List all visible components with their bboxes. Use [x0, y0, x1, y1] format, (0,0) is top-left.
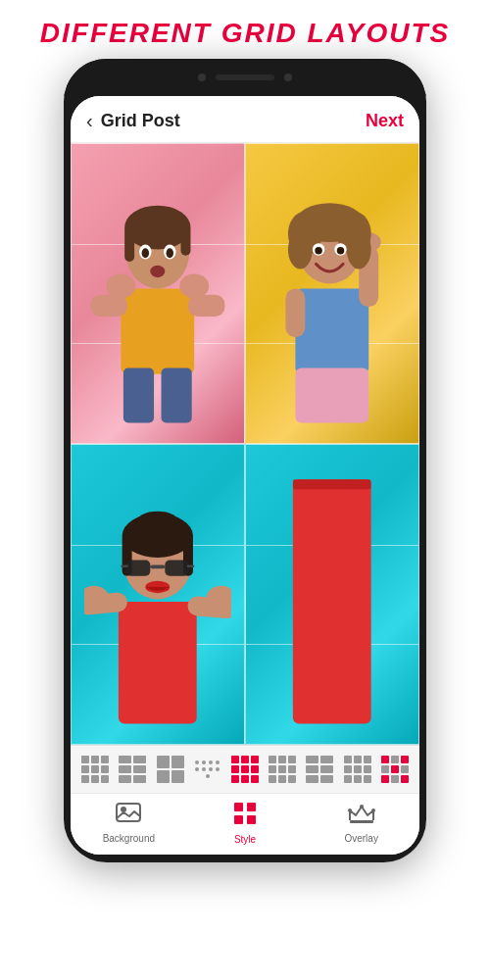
svg-point-28 — [316, 247, 322, 254]
layout-icon-3[interactable] — [157, 756, 184, 783]
svg-point-6 — [124, 206, 190, 250]
svg-point-13 — [151, 266, 166, 277]
svg-rect-51 — [234, 803, 243, 811]
style-label: Style — [234, 834, 256, 845]
layout-toolbar — [71, 745, 419, 793]
svg-rect-18 — [286, 289, 306, 338]
svg-rect-47 — [293, 479, 371, 723]
svg-point-29 — [337, 247, 344, 254]
grid-cell-bottom-left — [71, 444, 245, 745]
svg-rect-41 — [126, 561, 151, 576]
svg-rect-43 — [151, 565, 166, 569]
layout-icon-7[interactable] — [306, 756, 333, 783]
svg-point-25 — [347, 230, 371, 270]
svg-rect-53 — [234, 815, 243, 824]
layout-icon-2[interactable] — [119, 756, 146, 783]
svg-point-56 — [348, 808, 352, 812]
header-left: ‹ Grid Post — [86, 110, 180, 132]
svg-rect-54 — [247, 815, 256, 824]
grid-cell-top-right — [245, 143, 419, 444]
svg-rect-55 — [350, 820, 373, 823]
layout-icon-8[interactable] — [344, 756, 371, 783]
style-icon — [233, 802, 257, 831]
nav-background[interactable]: Background — [71, 803, 187, 844]
speaker-bar — [216, 74, 274, 80]
header-title: Grid Post — [101, 111, 180, 131]
overlay-label: Overlay — [344, 833, 377, 844]
layout-icon-9[interactable] — [381, 756, 409, 783]
svg-rect-16 — [296, 289, 369, 374]
overlay-icon — [348, 803, 375, 830]
nav-style[interactable]: Style — [187, 802, 304, 845]
svg-rect-0 — [122, 289, 195, 374]
svg-rect-44 — [122, 565, 128, 567]
svg-rect-8 — [181, 225, 191, 256]
svg-rect-14 — [123, 368, 154, 423]
nav-overlay[interactable]: Overlay — [303, 803, 419, 844]
grid-cell-bottom-right — [245, 444, 419, 745]
next-button[interactable]: Next — [366, 111, 404, 131]
background-icon — [116, 803, 141, 830]
camera-dot-left — [198, 74, 206, 81]
svg-rect-45 — [187, 565, 194, 567]
svg-rect-31 — [119, 602, 197, 724]
svg-point-4 — [179, 274, 209, 299]
layout-icon-5[interactable] — [231, 756, 259, 783]
svg-rect-48 — [293, 479, 371, 489]
svg-point-57 — [360, 805, 364, 808]
svg-point-11 — [142, 249, 149, 259]
svg-rect-15 — [162, 368, 192, 423]
phone-screen: ‹ Grid Post Next — [71, 96, 419, 855]
svg-point-40 — [136, 512, 180, 536]
app-header: ‹ Grid Post Next — [71, 96, 419, 143]
phone-top-bar — [64, 59, 426, 96]
phone-shell: ‹ Grid Post Next — [64, 59, 426, 862]
page-title: DIFFERENT GRID LAYOUTS — [0, 0, 490, 59]
svg-point-58 — [371, 808, 375, 812]
photo-grid — [71, 143, 419, 745]
layout-icon-6[interactable] — [269, 756, 296, 783]
grid-cell-top-left — [71, 143, 245, 444]
background-label: Background — [103, 833, 155, 844]
svg-point-12 — [167, 249, 173, 259]
bottom-nav: Background Style — [71, 793, 419, 855]
svg-rect-7 — [124, 225, 134, 262]
svg-rect-30 — [296, 368, 369, 423]
svg-rect-52 — [247, 803, 256, 811]
layout-icon-1[interactable] — [81, 756, 109, 783]
camera-dot-right — [284, 74, 292, 81]
layout-icon-4[interactable] — [194, 756, 221, 783]
svg-point-24 — [288, 230, 313, 270]
svg-point-3 — [107, 274, 136, 299]
svg-rect-42 — [165, 561, 189, 576]
back-arrow[interactable]: ‹ — [86, 110, 93, 132]
